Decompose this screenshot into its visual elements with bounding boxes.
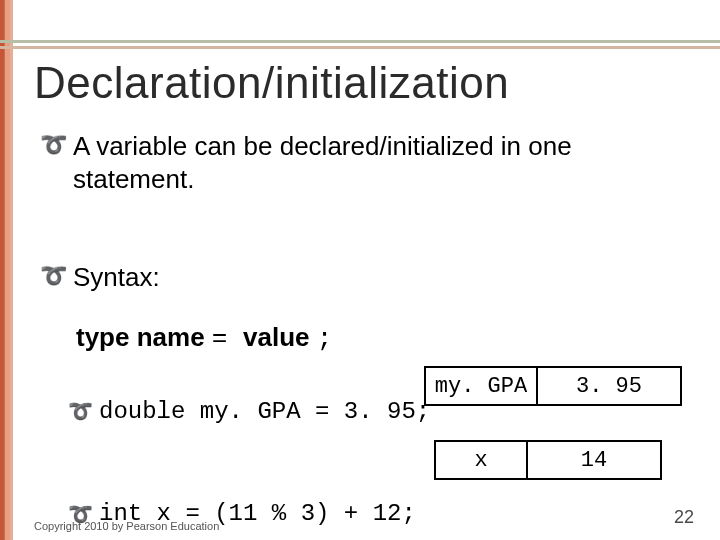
- bullet-text: A variable can be declared/initialized i…: [73, 130, 690, 195]
- bullet-icon: ➰: [40, 130, 67, 160]
- syntax-type: type: [76, 322, 129, 352]
- slide-title: Declaration/initialization: [34, 58, 509, 108]
- var-value-cell: 3. 95: [538, 366, 682, 406]
- var-name-cell: my. GPA: [424, 366, 538, 406]
- code-line: double my. GPA = 3. 95;: [99, 398, 430, 425]
- memory-box-row: x 14: [434, 440, 662, 480]
- bullet-text: Syntax:: [73, 261, 690, 294]
- syntax-equals: =: [212, 324, 243, 354]
- bullet-item: ➰ Syntax:: [40, 261, 690, 294]
- syntax-name: name: [137, 322, 205, 352]
- syntax-pattern: type name = value ;: [76, 322, 690, 354]
- page-number: 22: [674, 507, 694, 528]
- left-border-graphic: [0, 0, 24, 540]
- syntax-semicolon: ;: [317, 324, 333, 354]
- syntax-value: value: [243, 322, 310, 352]
- slide: Declaration/initialization ➰ A variable …: [0, 0, 720, 540]
- var-value-cell: 14: [528, 440, 662, 480]
- top-divider: [0, 16, 720, 52]
- var-name-cell: x: [434, 440, 528, 480]
- bullet-icon: ➰: [68, 399, 93, 423]
- bullet-icon: ➰: [40, 261, 67, 291]
- copyright-text: Copyright 2010 by Pearson Education: [34, 520, 219, 532]
- memory-box-row: my. GPA 3. 95: [424, 366, 682, 406]
- bullet-item: ➰ A variable can be declared/initialized…: [40, 130, 690, 195]
